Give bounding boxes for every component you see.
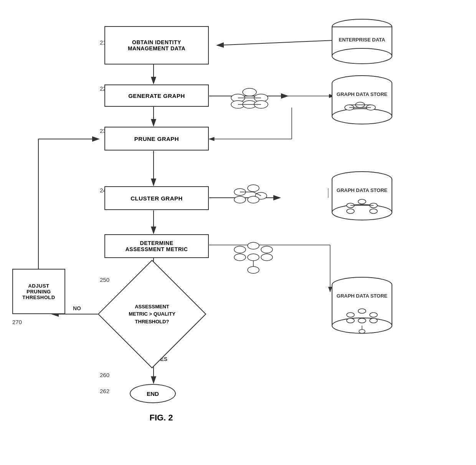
db-enterprise-data: ENTERPRISE DATA xyxy=(329,18,395,66)
box-270-text: ADJUST PRUNING THRESHOLD xyxy=(22,283,55,300)
svg-point-85 xyxy=(234,246,246,253)
svg-point-67 xyxy=(359,329,365,333)
box-230-text: PRUNE GRAPH xyxy=(134,136,179,142)
box-240: CLUSTER GRAPH xyxy=(104,186,209,210)
svg-point-64 xyxy=(358,318,366,323)
box-240-text: CLUSTER GRAPH xyxy=(131,195,183,202)
box-270: ADJUST PRUNING THRESHOLD xyxy=(12,269,65,314)
small-graph-icon-1 xyxy=(228,83,271,115)
svg-point-62 xyxy=(370,313,377,317)
step-label-260: 260 xyxy=(100,372,109,378)
svg-text:GRAPH DATA STORE: GRAPH DATA STORE xyxy=(337,293,388,299)
svg-point-65 xyxy=(370,318,377,323)
svg-point-86 xyxy=(248,242,259,249)
svg-point-26 xyxy=(332,48,392,64)
svg-text:ENTERPRISE DATA: ENTERPRISE DATA xyxy=(339,37,385,43)
step-label-270: 270 xyxy=(12,319,22,325)
diagram-container: NO YES 210 OBTAIN IDENTITY MANAGEMENT DA… xyxy=(0,0,476,465)
svg-point-82 xyxy=(248,196,259,203)
box-230: PRUNE GRAPH xyxy=(104,127,209,151)
svg-point-89 xyxy=(248,254,259,261)
svg-line-7 xyxy=(217,40,334,45)
svg-point-51 xyxy=(370,209,377,213)
db-graph-store-1: GRAPH DATA STORE xyxy=(329,75,395,126)
svg-point-61 xyxy=(358,309,366,313)
svg-point-45 xyxy=(332,205,392,220)
svg-point-90 xyxy=(261,254,273,261)
svg-point-63 xyxy=(347,318,354,323)
step-label-262: 262 xyxy=(100,388,109,394)
svg-point-92 xyxy=(248,266,259,273)
svg-text:NO: NO xyxy=(73,305,81,311)
db-graph-store-3: GRAPH DATA STORE xyxy=(329,276,395,336)
oval-end: END xyxy=(130,384,176,403)
svg-point-81 xyxy=(234,196,246,203)
svg-point-88 xyxy=(234,254,246,261)
figure-caption: FIG. 2 xyxy=(123,413,200,423)
svg-point-32 xyxy=(332,109,392,124)
box-245: DETERMINE ASSESSMENT METRIC xyxy=(104,234,209,258)
box-220: GENERATE GRAPH xyxy=(104,84,209,107)
box-245-text: DETERMINE ASSESSMENT METRIC xyxy=(126,240,188,252)
box-220-text: GENERATE GRAPH xyxy=(128,93,185,99)
svg-text:GRAPH DATA STORE: GRAPH DATA STORE xyxy=(337,91,388,97)
svg-point-69 xyxy=(243,88,256,96)
small-graph-icon-2 xyxy=(228,179,271,211)
svg-point-79 xyxy=(248,185,259,192)
small-graph-icon-3 xyxy=(228,236,278,284)
db-graph-store-2: GRAPH DATA STORE xyxy=(329,171,395,222)
diamond-250: ASSESSMENT METRIC > QUALITY THRESHOLD? xyxy=(100,276,204,352)
oval-end-text: END xyxy=(147,391,159,397)
diamond-text: ASSESSMENT METRIC > QUALITY THRESHOLD? xyxy=(129,303,175,326)
box-210: OBTAIN IDENTITY MANAGEMENT DATA xyxy=(104,26,209,65)
svg-text:GRAPH DATA STORE: GRAPH DATA STORE xyxy=(337,187,388,193)
svg-point-50 xyxy=(347,209,354,213)
box-210-text: OBTAIN IDENTITY MANAGEMENT DATA xyxy=(128,39,185,51)
flow-arrows: NO YES xyxy=(0,0,476,465)
svg-point-87 xyxy=(261,246,273,253)
svg-point-48 xyxy=(358,199,366,204)
svg-point-60 xyxy=(347,313,354,317)
